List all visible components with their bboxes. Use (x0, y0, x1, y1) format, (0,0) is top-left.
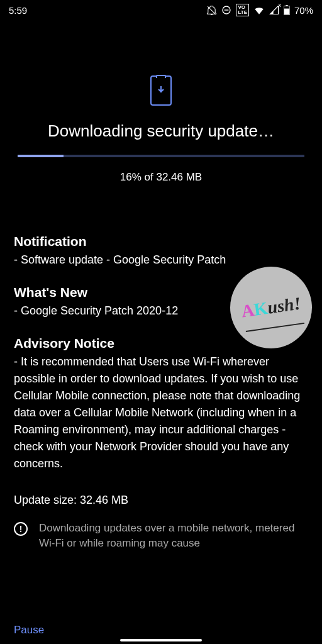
svg-rect-3 (286, 5, 287, 6)
content-area[interactable]: AKush! Notification - Software update - … (0, 234, 322, 507)
footer-bar: Pause (0, 611, 322, 644)
update-size-text: Update size: 32.46 MB (14, 494, 308, 507)
svg-rect-4 (284, 9, 289, 15)
scroll-fade (0, 566, 322, 604)
advisory-body: - It is recommended that Users use Wi-Fi… (14, 353, 308, 472)
dnd-icon (221, 5, 231, 15)
signal-icon: x (269, 6, 279, 14)
battery-icon (284, 5, 290, 15)
progress-bar (18, 155, 304, 157)
warning-row: ! Downloading updates over a mobile netw… (0, 521, 322, 551)
status-time: 5:59 (9, 5, 27, 16)
progress-fill (18, 155, 64, 157)
status-bar: 5:59 VOLTE x 70% (0, 0, 322, 19)
wifi-icon (253, 6, 265, 14)
progress-text: 16% of 32.46 MB (0, 171, 322, 184)
notification-body: - Software update - Google Security Patc… (14, 252, 308, 269)
pause-button[interactable]: Pause (14, 624, 308, 636)
notifications-off-icon (206, 5, 217, 16)
home-indicator[interactable] (120, 639, 202, 641)
volte-icon: VOLTE (236, 4, 249, 16)
battery-percent: 70% (294, 5, 313, 16)
status-icons: VOLTE x 70% (206, 4, 313, 16)
download-phone-icon (0, 75, 322, 106)
warning-text: Downloading updates over a mobile networ… (39, 521, 308, 551)
page-title: Downloading security update… (0, 121, 322, 141)
notification-heading: Notification (14, 234, 308, 249)
warning-icon: ! (14, 522, 28, 536)
